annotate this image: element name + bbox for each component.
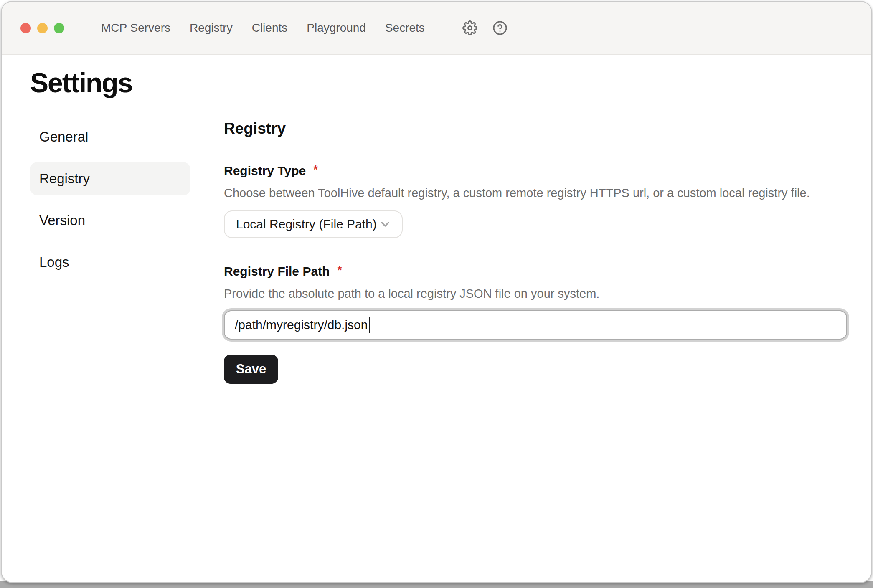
nav-item-mcp-servers[interactable]: MCP Servers [101,22,170,34]
required-asterisk: * [313,162,318,177]
registry-file-path-input[interactable]: /path/myregistry/db.json [224,310,847,340]
registry-type-label: Registry Type * [224,163,847,178]
help-icon [492,20,508,35]
registry-file-path-description: Provide the absolute path to a local reg… [224,286,847,301]
nav-item-clients[interactable]: Clients [252,22,288,34]
window-controls [20,23,64,33]
close-button[interactable] [20,23,31,33]
registry-type-label-text: Registry Type [224,163,306,178]
registry-type-description: Choose between ToolHive default registry… [224,186,847,200]
sidebar-item-general[interactable]: General [30,120,190,154]
required-asterisk: * [337,263,342,277]
page-title: Settings [30,68,132,98]
titlebar: MCP Servers Registry Clients Playground … [2,2,871,55]
nav-item-secrets[interactable]: Secrets [385,22,425,34]
text-cursor [369,317,370,333]
main-nav: MCP Servers Registry Clients Playground … [101,22,425,34]
section-title: Registry [224,120,847,137]
topbar-actions [462,20,508,36]
registry-file-path-label-text: Registry File Path [224,264,330,279]
app-window: MCP Servers Registry Clients Playground … [1,1,872,583]
maximize-button[interactable] [54,23,64,33]
nav-item-registry[interactable]: Registry [190,22,233,34]
registry-file-path-value: /path/myregistry/db.json [235,318,368,332]
sidebar-item-registry[interactable]: Registry [30,162,190,195]
chevron-down-icon [378,218,392,231]
gear-icon [462,20,477,35]
registry-file-path-label: Registry File Path * [224,264,847,279]
save-button[interactable]: Save [224,355,278,384]
registry-type-select[interactable]: Local Registry (File Path) [224,210,403,238]
sidebar-item-version[interactable]: Version [30,204,190,237]
topbar-divider [449,13,449,43]
sidebar-item-logs[interactable]: Logs [30,246,190,279]
settings-button[interactable] [462,20,478,36]
settings-panel: Registry Registry Type * Choose between … [224,120,847,384]
nav-item-playground[interactable]: Playground [307,22,366,34]
settings-sidebar: General Registry Version Logs [30,120,190,287]
minimize-button[interactable] [37,23,48,33]
help-button[interactable] [492,20,508,36]
registry-type-selected-value: Local Registry (File Path) [236,217,377,231]
